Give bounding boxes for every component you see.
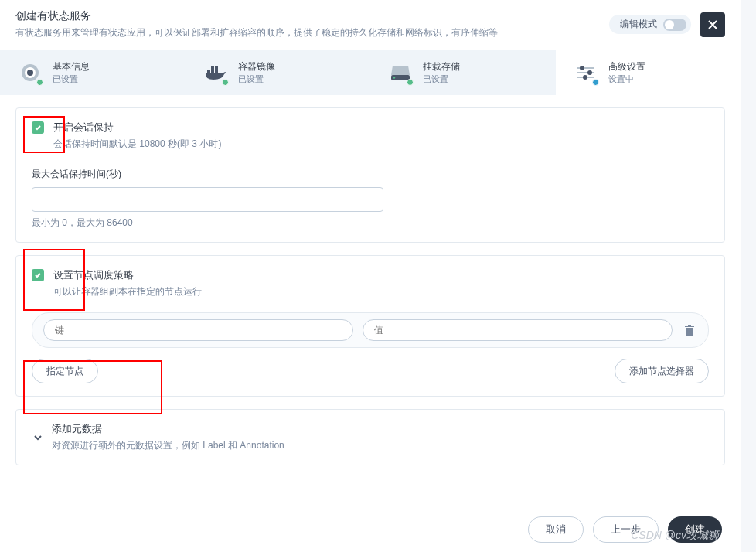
node-scheduling-card: 设置节点调度策略 可以让容器组副本在指定的节点运行 指定节点 添加节点选择器 bbox=[15, 255, 725, 397]
step-advanced-settings[interactable]: 高级设置 设置中 bbox=[556, 50, 741, 95]
metadata-card: 添加元数据 对资源进行额外的元数据设置，例如 Label 和 Annotatio… bbox=[15, 409, 725, 465]
metadata-desc: 对资源进行额外的元数据设置，例如 Label 和 Annotation bbox=[52, 439, 709, 452]
step-title: 容器镜像 bbox=[238, 60, 275, 73]
svg-rect-4 bbox=[211, 70, 214, 73]
max-session-hint: 最小为 0，最大为 86400 bbox=[32, 216, 709, 230]
create-statefulset-modal: 创建有状态服务 有状态服务用来管理有状态应用，可以保证部署和扩容缩容的顺序，提供… bbox=[0, 0, 741, 552]
step-container-image[interactable]: 容器镜像 已设置 bbox=[186, 50, 371, 95]
delete-row-button[interactable] bbox=[682, 322, 697, 338]
session-affinity-card: 开启会话保持 会话保持时间默认是 10800 秒(即 3 小时) 最大会话保持时… bbox=[15, 107, 725, 243]
close-button[interactable] bbox=[700, 12, 725, 37]
step-mount-storage[interactable]: 挂载存储 已设置 bbox=[370, 50, 556, 95]
metadata-title: 添加元数据 bbox=[52, 422, 709, 436]
modal-footer: 取消 上一步 创建 bbox=[0, 506, 741, 552]
svg-rect-6 bbox=[211, 66, 214, 70]
modal-header: 创建有状态服务 有状态服务用来管理有状态应用，可以保证部署和扩容缩容的顺序，提供… bbox=[0, 0, 741, 50]
specify-node-button[interactable]: 指定节点 bbox=[32, 359, 98, 383]
modal-subtitle: 有状态服务用来管理有状态应用，可以保证部署和扩容缩容的顺序，提供了稳定的持久化存… bbox=[15, 26, 609, 39]
edit-mode-toggle[interactable]: 编辑模式 bbox=[609, 15, 691, 34]
target-icon bbox=[19, 61, 42, 84]
step-status: 已设置 bbox=[53, 73, 90, 85]
sliders-icon bbox=[574, 61, 598, 84]
expand-metadata-button[interactable] bbox=[32, 431, 44, 444]
edit-mode-label: 编辑模式 bbox=[620, 18, 657, 31]
step-status: 已设置 bbox=[238, 73, 275, 85]
svg-point-2 bbox=[27, 70, 33, 76]
key-input[interactable] bbox=[43, 319, 353, 341]
prev-button[interactable]: 上一步 bbox=[593, 516, 659, 543]
docker-icon bbox=[204, 61, 227, 84]
session-desc: 会话保持时间默认是 10800 秒(即 3 小时) bbox=[53, 138, 709, 151]
value-input[interactable] bbox=[363, 319, 673, 341]
max-session-label: 最大会话保持时间(秒) bbox=[32, 168, 709, 181]
svg-rect-5 bbox=[215, 70, 218, 73]
svg-point-11 bbox=[580, 66, 584, 70]
svg-point-15 bbox=[583, 75, 587, 80]
toggle-switch bbox=[663, 19, 686, 31]
scheduling-desc: 可以让容器组副本在指定的节点运行 bbox=[53, 285, 709, 298]
step-basic-info[interactable]: 基本信息 已设置 bbox=[0, 50, 186, 95]
modal-title: 创建有状态服务 bbox=[15, 9, 609, 23]
session-title: 开启会话保持 bbox=[53, 121, 709, 135]
svg-rect-3 bbox=[207, 70, 210, 73]
step-title: 基本信息 bbox=[53, 60, 90, 73]
add-selector-button[interactable]: 添加节点选择器 bbox=[615, 359, 709, 383]
chevron-down-icon bbox=[33, 433, 43, 442]
step-title: 挂载存储 bbox=[423, 60, 460, 73]
scheduling-title: 设置节点调度策略 bbox=[53, 268, 709, 282]
step-tabs: 基本信息 已设置 容器镜像 已设置 挂载存储 已设置 bbox=[0, 50, 741, 95]
step-title: 高级设置 bbox=[608, 60, 645, 73]
cancel-button[interactable]: 取消 bbox=[528, 516, 584, 543]
enable-scheduling-checkbox[interactable] bbox=[32, 269, 44, 281]
step-status: 已设置 bbox=[423, 73, 460, 85]
max-session-input[interactable] bbox=[32, 187, 383, 212]
svg-point-9 bbox=[393, 77, 395, 78]
selector-row bbox=[32, 312, 709, 348]
trash-icon bbox=[684, 324, 695, 336]
check-icon bbox=[34, 124, 42, 131]
storage-icon bbox=[389, 61, 412, 84]
close-icon bbox=[707, 19, 718, 30]
create-button[interactable]: 创建 bbox=[668, 516, 722, 543]
check-icon bbox=[34, 271, 42, 279]
content-area: 开启会话保持 会话保持时间默认是 10800 秒(即 3 小时) 最大会话保持时… bbox=[0, 95, 741, 513]
svg-rect-7 bbox=[215, 66, 218, 70]
step-status: 设置中 bbox=[608, 73, 645, 85]
svg-point-13 bbox=[587, 70, 592, 75]
enable-session-checkbox[interactable] bbox=[32, 121, 44, 134]
